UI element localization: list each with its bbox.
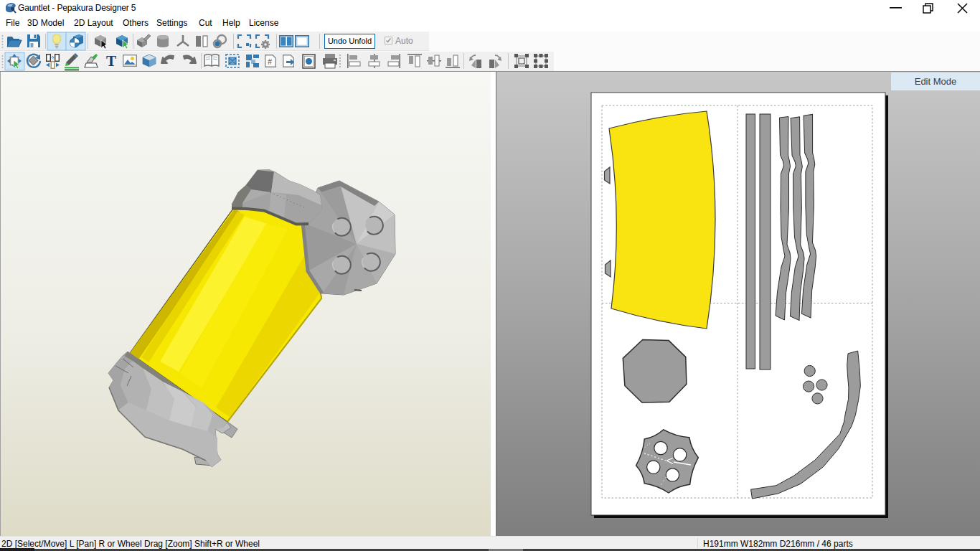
svg-text:T: T [106,52,116,70]
svg-text:#: # [268,57,273,66]
